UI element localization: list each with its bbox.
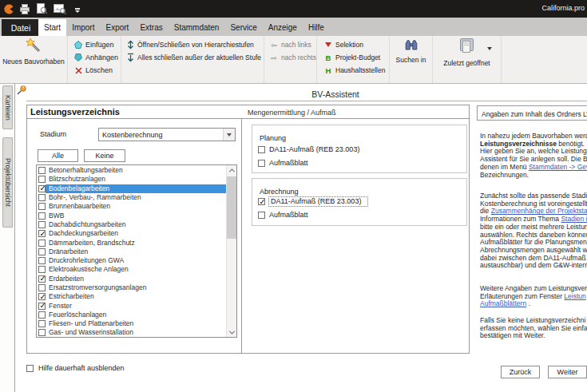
- list-item-checkbox[interactable]: [38, 221, 46, 228]
- print-preview-icon[interactable]: [36, 3, 48, 18]
- info-link[interactable]: Stammdaten -> Gew: [529, 163, 587, 171]
- list-item[interactable]: Feuerlöschanlagen: [37, 311, 226, 319]
- back-button[interactable]: Zurück: [501, 366, 540, 378]
- list-item-checkbox[interactable]: [38, 176, 46, 183]
- close-all-except-button[interactable]: Alles schließen außer der aktuellen Stuf…: [125, 51, 264, 64]
- print-icon[interactable]: [19, 3, 30, 18]
- list-item-checkbox[interactable]: [38, 230, 46, 237]
- list-item[interactable]: Brunnenbauarbeiten: [37, 202, 226, 211]
- list-item[interactable]: BWB: [37, 211, 226, 220]
- stadium-combobox[interactable]: Kostenberechnung: [98, 128, 236, 141]
- list-item-checkbox[interactable]: [38, 329, 46, 336]
- list-item[interactable]: Dachabdichtungsarbeiten: [37, 220, 226, 229]
- tab-export[interactable]: Export: [100, 19, 134, 36]
- list-item-checkbox[interactable]: [38, 266, 46, 273]
- abrechnung-da11-row[interactable]: DA11-Aufmaß (REB 23.003): [258, 198, 367, 206]
- search-in-button[interactable]: Suchen in: [390, 36, 432, 83]
- abrechnung-blatt-row[interactable]: Aufmaßblatt: [258, 212, 308, 219]
- tab-import[interactable]: Import: [66, 19, 100, 36]
- list-item[interactable]: Blitzschutzanlagen: [37, 175, 226, 184]
- list-item-label: Betonerhaltungsarbeiten: [46, 166, 226, 175]
- list-item[interactable]: Druckrohrleitungen GWA: [37, 256, 226, 265]
- move-left-button[interactable]: ⇦ nach links: [269, 38, 316, 51]
- planung-blatt-row[interactable]: Aufmaßblatt: [258, 160, 308, 167]
- qat-dropdown-icon[interactable]: [75, 8, 80, 13]
- select-none-button[interactable]: Keine: [84, 149, 125, 162]
- abrechnung-blatt-checkbox[interactable]: [258, 212, 265, 219]
- selection-button[interactable]: Selektion: [323, 38, 389, 51]
- abrechnung-da11-checkbox[interactable]: [258, 198, 265, 205]
- image-preview-icon[interactable]: [54, 3, 66, 18]
- list-item-checkbox[interactable]: [38, 185, 46, 192]
- list-item[interactable]: Bohr-, Verbau-, Rammarbeiten: [37, 193, 226, 202]
- list-item[interactable]: Bodenbelagarbeiten: [37, 184, 226, 193]
- tab-service[interactable]: Service: [224, 19, 262, 36]
- list-item-checkbox[interactable]: [38, 240, 46, 247]
- list-item-checkbox[interactable]: [38, 167, 46, 174]
- tab-start[interactable]: Start: [38, 19, 66, 36]
- info-link[interactable]: Stadien i: [561, 215, 587, 223]
- list-item-checkbox[interactable]: [38, 194, 46, 201]
- list-item[interactable]: Betonerhaltungsarbeiten: [37, 166, 226, 175]
- insert-button[interactable]: Einfügen: [73, 38, 121, 51]
- tab-hilfe[interactable]: Hilfe: [303, 19, 330, 36]
- list-item[interactable]: Ersatzstromversorgungsanlagen: [37, 283, 226, 292]
- scroll-up-button[interactable]: [227, 165, 236, 175]
- list-item[interactable]: Fliesen- und Plattenarbeiten: [37, 319, 226, 328]
- list-item[interactable]: Elektroakustische Anlagen: [37, 265, 226, 274]
- file-menu-button[interactable]: Datei: [2, 19, 40, 36]
- tab-stammdaten[interactable]: Stammdaten: [169, 19, 225, 36]
- planung-da11-row[interactable]: DA11-Aufmaß (REB 23.003): [258, 146, 359, 153]
- tab-anzeige[interactable]: Anzeige: [263, 19, 303, 36]
- left-dock-strip: Karteien Projektübersicht: [0, 84, 15, 392]
- list-item-checkbox[interactable]: [38, 212, 46, 220]
- lv-list-rows: BetonerhaltungsarbeitenBlitzschutzanlage…: [37, 166, 226, 338]
- move-right-button[interactable]: ⇨ nach rechts: [269, 51, 316, 64]
- sidebar-tab-karteien[interactable]: Karteien: [2, 85, 13, 129]
- list-item-checkbox[interactable]: [38, 284, 46, 291]
- info-link[interactable]: Leistun: [564, 292, 585, 300]
- new-project-label: Neues Bauvorhaben: [2, 57, 65, 65]
- sidebar-tab-projektuebersicht[interactable]: Projektübersicht: [2, 137, 13, 228]
- chevron-down-icon: [227, 133, 232, 137]
- next-button[interactable]: Weiter: [548, 366, 587, 378]
- info-link[interactable]: Aufmaßblättern: [480, 299, 526, 307]
- planung-blatt-checkbox[interactable]: [258, 160, 265, 167]
- list-item-checkbox[interactable]: [38, 248, 46, 255]
- list-item[interactable]: Dachdeckungsarbeiten: [37, 229, 226, 238]
- append-button[interactable]: Anhängen: [73, 51, 121, 64]
- tab-extras[interactable]: Extras: [134, 19, 168, 36]
- list-item[interactable]: Gas- und Wasserinstallation: [37, 328, 226, 337]
- list-item-checkbox[interactable]: [38, 293, 46, 300]
- open-close-hierarchy-button[interactable]: Öffnen/Schließen von Hierarchiestufen: [125, 38, 264, 51]
- recently-opened-button[interactable]: Zuletzt geöffnet: [433, 36, 501, 83]
- list-item-checkbox[interactable]: [38, 257, 46, 264]
- select-all-button[interactable]: Alle: [38, 149, 78, 162]
- list-item-checkbox[interactable]: [38, 303, 46, 310]
- scrollbar-thumb[interactable]: [227, 176, 236, 239]
- binoculars-icon: [405, 39, 418, 54]
- list-item[interactable]: Fenster: [37, 301, 226, 310]
- stadium-dropdown-button[interactable]: [223, 129, 235, 141]
- list-item-checkbox[interactable]: [38, 320, 46, 327]
- lv-scrollbar[interactable]: [226, 165, 236, 337]
- list-item[interactable]: Erdarbeiten: [37, 275, 226, 283]
- list-item-checkbox[interactable]: [38, 203, 46, 210]
- list-item-checkbox[interactable]: [38, 275, 46, 283]
- info-text-line: Aufmaßblättern .: [480, 300, 587, 308]
- list-item[interactable]: Dämmarbeiten, Brandschutz: [37, 238, 226, 247]
- project-budget-button[interactable]: B Projekt-Budget: [323, 51, 389, 64]
- planung-da11-checkbox[interactable]: [258, 146, 265, 153]
- pushpin-icon[interactable]: [16, 85, 27, 99]
- hide-help-checkbox[interactable]: [26, 365, 34, 372]
- list-item[interactable]: Estricharbeiten: [37, 292, 226, 301]
- recent-dropdown-icon[interactable]: [487, 47, 492, 50]
- budget-positions-button[interactable]: H Haushaltsstellen: [323, 64, 389, 77]
- delete-button[interactable]: Löschen: [73, 64, 121, 77]
- list-item[interactable]: Dränarbeiten: [37, 247, 226, 256]
- list-item-checkbox[interactable]: [38, 311, 46, 319]
- hide-help-row[interactable]: Hilfe dauerhaft ausblenden: [26, 364, 125, 372]
- scroll-down-button[interactable]: [227, 327, 236, 337]
- new-project-button[interactable]: Neues Bauvorhaben: [0, 36, 67, 83]
- info-link[interactable]: Zusammenhänge der Projektsta: [491, 207, 587, 215]
